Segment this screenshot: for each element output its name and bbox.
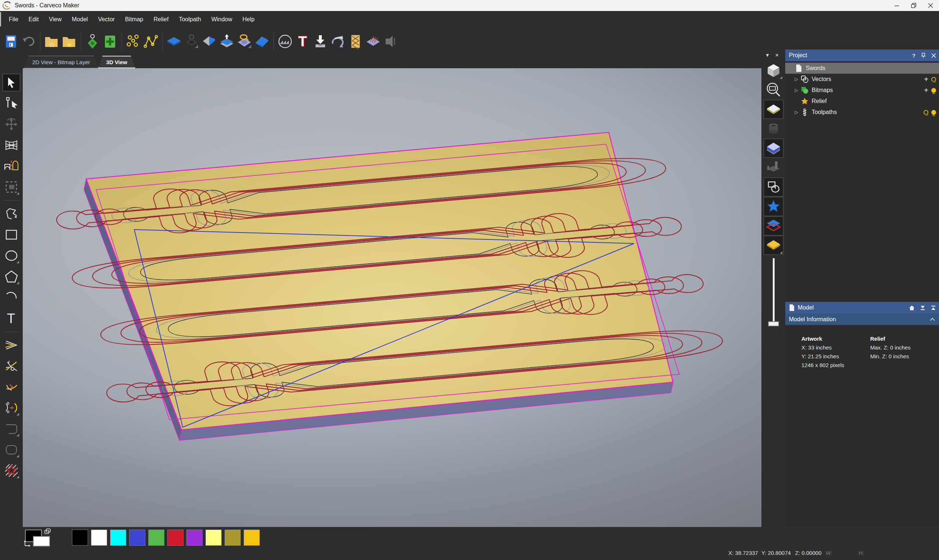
toolpaths-3d-visibility-icon[interactable] xyxy=(931,110,936,115)
palette-swatch-purple[interactable] xyxy=(187,529,202,546)
dock-bottom-icon[interactable] xyxy=(920,305,925,311)
offset-vector-tool[interactable] xyxy=(3,337,20,354)
zoom-to-box-button[interactable] xyxy=(764,81,783,99)
tab-3d-view[interactable]: 3D View xyxy=(98,56,135,68)
menu-file[interactable]: File xyxy=(4,14,23,25)
palette-swatch-green[interactable] xyxy=(148,529,164,546)
menu-view[interactable]: View xyxy=(44,14,66,25)
primary-secondary-colors[interactable] xyxy=(23,528,72,547)
select-relief-button[interactable] xyxy=(236,31,253,52)
import-relief-button[interactable] xyxy=(311,31,329,52)
tree-item-bitmaps[interactable]: ▷ Bitmaps + xyxy=(785,85,939,96)
add-bitmap-layer-icon[interactable]: + xyxy=(924,88,928,93)
menu-vector[interactable]: Vector xyxy=(93,14,120,25)
dock-top-icon[interactable] xyxy=(931,305,936,311)
raise-relief-button[interactable] xyxy=(218,31,236,52)
secondary-color-swatch[interactable] xyxy=(33,536,50,546)
select-tool[interactable] xyxy=(3,74,20,91)
transform-tool[interactable] xyxy=(3,116,20,133)
home-icon[interactable] xyxy=(909,305,915,311)
create-rectangle-tool[interactable] xyxy=(3,226,20,243)
title-bar[interactable]: Swords - Carveco Maker xyxy=(0,0,939,11)
menu-model[interactable]: Model xyxy=(67,14,93,25)
slider-track[interactable] xyxy=(773,258,775,323)
tab-2d-view[interactable]: 2D View - Bitmap Layer xyxy=(24,56,98,68)
palette-swatch-red[interactable] xyxy=(167,529,183,546)
tree-item-toolpaths[interactable]: ▷ Toolpaths xyxy=(785,107,939,118)
3d-viewport[interactable] xyxy=(23,68,762,527)
palette-swatch-gold[interactable] xyxy=(244,529,260,546)
add-vector-layer-icon[interactable]: + xyxy=(924,77,928,82)
join-vectors-tool[interactable] xyxy=(3,399,20,416)
shade-quality-button[interactable] xyxy=(764,139,783,157)
model-panel-header[interactable]: Model xyxy=(785,302,939,314)
save-model-button[interactable]: ★ xyxy=(60,31,78,52)
colour-shade-view-button[interactable] xyxy=(764,217,783,235)
model-pin-button[interactable] xyxy=(84,31,101,52)
create-points-button[interactable] xyxy=(124,31,142,52)
tree-item-vectors[interactable]: ▷ Vectors + xyxy=(785,74,939,85)
menu-edit[interactable]: Edit xyxy=(23,14,44,25)
expand-arrow-icon[interactable]: ▷ xyxy=(795,88,800,93)
create-polygon-tool[interactable] xyxy=(3,268,20,285)
shade-slider[interactable] xyxy=(764,258,783,332)
render-relief-button[interactable] xyxy=(276,31,294,52)
swap-colors-icon[interactable] xyxy=(23,540,31,547)
model-information-header[interactable]: Model Information xyxy=(785,314,939,325)
bitmaps-visibility-icon[interactable] xyxy=(931,88,936,93)
tree-item-swords[interactable]: Swords xyxy=(785,63,939,74)
texture-flood-fill-tool[interactable] xyxy=(3,462,20,479)
copy-colors-icon[interactable] xyxy=(44,528,51,535)
palette-swatch-blue[interactable] xyxy=(129,529,145,546)
undo-button[interactable] xyxy=(20,31,37,52)
interactive-sculpting-button[interactable] xyxy=(329,31,347,52)
menu-window[interactable]: Window xyxy=(206,14,237,25)
project-panel-header[interactable]: Project ? xyxy=(785,49,939,61)
panel-collapse-icon[interactable]: ▼ xyxy=(765,52,770,58)
palette-swatch-black[interactable] xyxy=(72,529,88,546)
create-arc-tool[interactable] xyxy=(3,289,20,306)
create-text-tool[interactable]: T xyxy=(3,310,20,327)
greyscale-view-button[interactable] xyxy=(764,197,783,215)
add-model-button[interactable] xyxy=(101,31,119,52)
create-circle-tool[interactable] xyxy=(3,247,20,264)
trim-vectors-tool[interactable] xyxy=(3,358,20,374)
distort-tool[interactable] xyxy=(3,137,20,154)
palette-swatch-white[interactable] xyxy=(91,529,107,546)
minimize-button[interactable] xyxy=(888,0,905,11)
create-vector-text-button[interactable]: T xyxy=(294,31,311,52)
collapse-chevron-icon[interactable] xyxy=(930,318,935,321)
create-curve-tool[interactable] xyxy=(3,420,20,437)
menu-bitmap[interactable]: Bitmap xyxy=(120,14,149,25)
help-icon[interactable]: ? xyxy=(912,52,916,58)
create-polyline-tool[interactable] xyxy=(3,205,20,222)
split-relief-button[interactable] xyxy=(200,31,218,52)
weave-wizard-button[interactable] xyxy=(347,31,364,52)
texture-relief-button[interactable] xyxy=(364,31,382,52)
save-button[interactable] xyxy=(2,31,20,52)
rotary-view-button[interactable] xyxy=(764,120,783,138)
relief-pin-button[interactable] xyxy=(183,31,200,52)
expand-arrow-icon[interactable]: ▷ xyxy=(795,77,800,82)
palette-swatch-cyan[interactable] xyxy=(110,529,126,546)
pin-icon[interactable] xyxy=(920,53,926,58)
draft-quality-button[interactable] xyxy=(764,100,783,118)
bitmap-select-tool[interactable] xyxy=(3,178,20,195)
close-panel-icon[interactable] xyxy=(931,53,936,58)
panel-close-icon[interactable]: ✕ xyxy=(775,52,779,58)
palette-swatch-olive[interactable] xyxy=(225,529,241,546)
relief-clip-button[interactable] xyxy=(382,31,399,52)
close-button[interactable] xyxy=(922,0,939,11)
material-view-button[interactable] xyxy=(764,236,783,254)
isometric-view-button[interactable] xyxy=(764,61,783,80)
smooth-relief-button[interactable] xyxy=(253,31,271,52)
node-editing-tool[interactable] xyxy=(3,95,20,112)
toolpaths-2d-visibility-icon[interactable] xyxy=(924,110,928,115)
create-polyline-button[interactable] xyxy=(142,31,160,52)
restore-button[interactable] xyxy=(905,0,922,11)
expand-arrow-icon[interactable]: ▷ xyxy=(795,110,800,115)
fillet-tool[interactable] xyxy=(3,378,20,395)
profile-view-button[interactable] xyxy=(764,178,783,196)
open-model-button[interactable]: ☆ xyxy=(43,31,60,52)
tree-item-relief[interactable]: Relief xyxy=(785,96,939,107)
